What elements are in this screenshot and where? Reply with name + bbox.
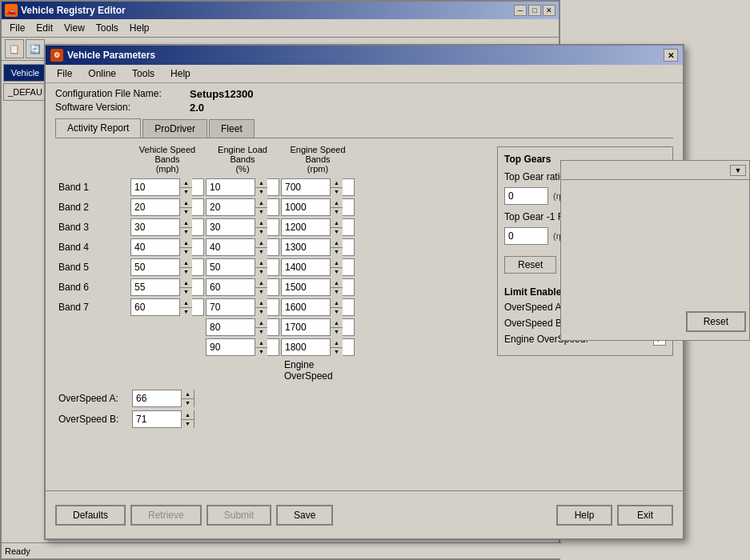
- band-speed-5[interactable]: ▲ ▼: [130, 258, 204, 276]
- overspeed-b-down[interactable]: ▼: [182, 420, 194, 429]
- spin-up[interactable]: ▲: [255, 318, 267, 328]
- spin-down[interactable]: ▼: [255, 328, 267, 337]
- spin-down[interactable]: ▼: [331, 208, 343, 217]
- menu-tools[interactable]: Tools: [91, 21, 123, 35]
- spin-up[interactable]: ▲: [255, 278, 267, 288]
- band-load-4[interactable]: ▲ ▼: [206, 238, 279, 256]
- extra-load-band-2[interactable]: ▲ ▼: [206, 338, 279, 356]
- band-load-3[interactable]: ▲ ▼: [206, 218, 279, 236]
- tab-activity-report[interactable]: Activity Report: [55, 118, 141, 138]
- sidebar-item-default[interactable]: _DEFAU: [3, 83, 47, 101]
- modal-menu-online[interactable]: Online: [82, 66, 122, 81]
- spin-up[interactable]: ▲: [255, 178, 267, 188]
- spin-up[interactable]: ▲: [331, 298, 343, 308]
- spin-up[interactable]: ▲: [180, 178, 192, 188]
- band-speed-3[interactable]: ▲ ▼: [130, 218, 204, 236]
- sidebar-down-btn[interactable]: ▼: [730, 165, 746, 176]
- band-load-2[interactable]: ▲ ▼: [206, 198, 279, 216]
- retrieve-button[interactable]: Retrieve: [130, 505, 202, 526]
- spin-down[interactable]: ▼: [255, 288, 267, 297]
- top-gear-ratio-input[interactable]: [504, 187, 548, 205]
- band-rpm-6[interactable]: ▲ ▼: [281, 278, 355, 296]
- spin-down[interactable]: ▼: [331, 308, 343, 317]
- close-button[interactable]: ✕: [543, 5, 555, 16]
- spin-up[interactable]: ▲: [255, 198, 267, 208]
- extra-rpm-band-1[interactable]: ▲ ▼: [281, 318, 355, 336]
- help-button[interactable]: Help: [556, 505, 612, 526]
- spin-down[interactable]: ▼: [180, 228, 192, 237]
- tab-fleet[interactable]: Fleet: [209, 119, 255, 138]
- spin-down[interactable]: ▼: [255, 228, 267, 237]
- spin-up[interactable]: ▲: [255, 298, 267, 308]
- spin-down[interactable]: ▼: [331, 268, 343, 277]
- top-gear-minus1-input[interactable]: [504, 227, 548, 245]
- menu-edit[interactable]: Edit: [31, 21, 58, 35]
- spin-down[interactable]: ▼: [180, 188, 192, 197]
- modal-menu-file[interactable]: File: [50, 66, 78, 81]
- toolbar-refresh-button[interactable]: 🔄: [26, 39, 45, 58]
- overspeed-a-input[interactable]: ▲ ▼: [132, 390, 195, 407]
- spin-up[interactable]: ▲: [331, 318, 343, 328]
- spin-up[interactable]: ▲: [331, 238, 343, 248]
- band-load-1[interactable]: ▲ ▼: [206, 178, 279, 196]
- band-rpm-4[interactable]: ▲ ▼: [281, 238, 355, 256]
- band-rpm-5[interactable]: ▲ ▼: [281, 258, 355, 276]
- spin-down[interactable]: ▼: [331, 248, 343, 257]
- band-rpm-2[interactable]: ▲ ▼: [281, 198, 355, 216]
- spin-up[interactable]: ▲: [180, 198, 192, 208]
- spin-down[interactable]: ▼: [255, 208, 267, 217]
- overspeed-b-input[interactable]: ▲ ▼: [132, 410, 195, 428]
- spin-up[interactable]: ▲: [180, 238, 192, 248]
- reset-button[interactable]: Reset: [504, 256, 556, 274]
- menu-file[interactable]: File: [5, 21, 30, 35]
- submit-button[interactable]: Submit: [207, 505, 271, 526]
- menu-view[interactable]: View: [59, 21, 90, 35]
- spin-up[interactable]: ▲: [255, 258, 267, 268]
- spin-up[interactable]: ▲: [255, 218, 267, 228]
- spin-up[interactable]: ▲: [331, 338, 343, 348]
- spin-down[interactable]: ▼: [255, 348, 267, 357]
- exit-button[interactable]: Exit: [617, 505, 673, 526]
- overspeed-b-up[interactable]: ▲: [182, 410, 194, 420]
- spin-down[interactable]: ▼: [331, 288, 343, 297]
- spin-down[interactable]: ▼: [255, 308, 267, 317]
- band-load-5[interactable]: ▲ ▼: [206, 258, 279, 276]
- spin-down[interactable]: ▼: [180, 288, 192, 297]
- defaults-button[interactable]: Defaults: [55, 505, 126, 526]
- maximize-button[interactable]: □: [528, 5, 541, 16]
- spin-up[interactable]: ▲: [180, 298, 192, 308]
- spin-up[interactable]: ▲: [180, 258, 192, 268]
- spin-up[interactable]: ▲: [180, 278, 192, 288]
- spin-up[interactable]: ▲: [331, 198, 343, 208]
- spin-up[interactable]: ▲: [331, 218, 343, 228]
- modal-close-button[interactable]: ✕: [664, 49, 678, 62]
- modal-menu-tools[interactable]: Tools: [126, 66, 161, 81]
- spin-down[interactable]: ▼: [180, 308, 192, 317]
- band-load-6[interactable]: ▲ ▼: [206, 278, 279, 296]
- spin-up[interactable]: ▲: [255, 338, 267, 348]
- overspeed-a-down[interactable]: ▼: [182, 399, 194, 408]
- extra-load-band-1[interactable]: ▲ ▼: [206, 318, 279, 336]
- spin-up[interactable]: ▲: [180, 218, 192, 228]
- spin-down[interactable]: ▼: [255, 268, 267, 277]
- spin-down[interactable]: ▼: [331, 228, 343, 237]
- band-rpm-1[interactable]: ▲ ▼: [281, 178, 355, 196]
- spin-down[interactable]: ▼: [180, 268, 192, 277]
- spin-down[interactable]: ▼: [255, 188, 267, 197]
- spin-up[interactable]: ▲: [331, 178, 343, 188]
- tab-prodriver[interactable]: ProDriver: [142, 119, 207, 138]
- band-speed-7[interactable]: ▲ ▼: [130, 298, 204, 316]
- spin-up[interactable]: ▲: [255, 238, 267, 248]
- band-speed-6[interactable]: ▲ ▼: [130, 278, 204, 296]
- band-speed-4[interactable]: ▲ ▼: [130, 238, 204, 256]
- spin-down[interactable]: ▼: [180, 208, 192, 217]
- spin-down[interactable]: ▼: [180, 248, 192, 257]
- band-speed-1[interactable]: ▲ ▼: [130, 178, 204, 196]
- toolbar-open-button[interactable]: 📋: [5, 39, 24, 58]
- overspeed-a-up[interactable]: ▲: [182, 390, 194, 399]
- band-speed-2[interactable]: ▲ ▼: [130, 198, 204, 216]
- modal-menu-help[interactable]: Help: [164, 66, 197, 81]
- save-button[interactable]: Save: [276, 505, 333, 526]
- sidebar-item-vehicle[interactable]: Vehicle: [3, 64, 47, 82]
- spin-down[interactable]: ▼: [331, 348, 343, 357]
